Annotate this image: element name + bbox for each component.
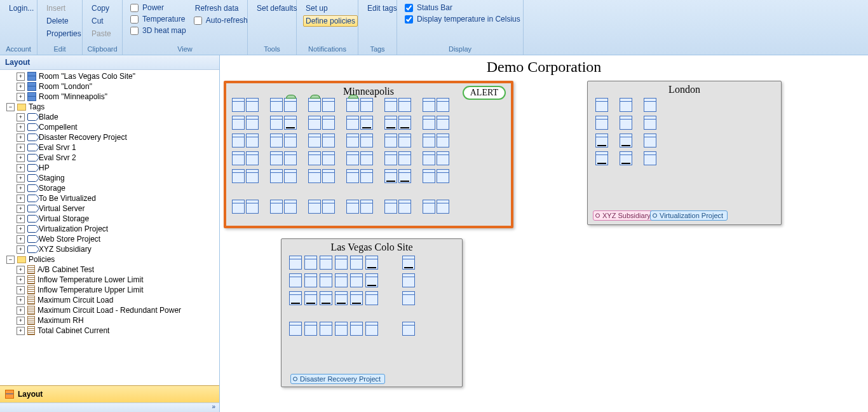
expand-icon[interactable] (17, 225, 25, 233)
expand-icon[interactable] (17, 184, 25, 193)
expand-icon[interactable] (17, 205, 25, 213)
rack[interactable] (320, 273, 332, 287)
rack[interactable] (284, 200, 297, 214)
rack[interactable] (289, 322, 302, 336)
rack[interactable] (360, 151, 373, 165)
rack[interactable] (322, 134, 335, 148)
edit-tags-button[interactable]: Edit tags (365, 3, 400, 14)
rack[interactable] (644, 151, 656, 165)
rack[interactable] (270, 169, 283, 183)
room-vegas[interactable]: Las Vegas Colo Site Disaster Recovery Pr… (281, 238, 463, 387)
expand-icon[interactable] (17, 144, 25, 152)
refresh-button[interactable]: Refresh data (193, 3, 249, 14)
tree-room-1[interactable]: Room "London" (0, 81, 219, 92)
rack[interactable] (620, 116, 632, 130)
rack[interactable] (437, 151, 449, 165)
rack[interactable] (308, 134, 321, 148)
rack[interactable] (620, 151, 632, 165)
rack[interactable] (346, 134, 359, 148)
canvas[interactable]: Demo Corporation Minneapolis ALERT Londo… (220, 55, 868, 412)
properties-button[interactable]: Properties (44, 28, 84, 39)
room-london[interactable]: London XYZ Subsidiary Virtualization Pro… (587, 81, 782, 225)
rack[interactable] (384, 169, 397, 183)
tree-room-2[interactable]: Room "Minneapolis" (0, 92, 219, 102)
expand-icon[interactable] (17, 215, 25, 223)
rack[interactable] (437, 169, 449, 183)
rack[interactable] (365, 256, 378, 270)
rack[interactable] (246, 134, 259, 148)
rack[interactable] (360, 116, 373, 130)
expand-icon[interactable] (17, 306, 25, 315)
tree-policy-6[interactable]: Total Cabinet Current (0, 326, 219, 336)
rack[interactable] (304, 291, 317, 305)
rack[interactable] (308, 98, 321, 112)
rack[interactable] (232, 98, 245, 112)
rack[interactable] (423, 116, 435, 130)
alert-badge[interactable]: ALERT (463, 86, 506, 100)
rack[interactable] (308, 151, 321, 165)
rack[interactable] (398, 200, 411, 214)
rack[interactable] (423, 134, 435, 148)
rack[interactable] (270, 134, 283, 148)
room-minneapolis[interactable]: Minneapolis ALERT (224, 81, 513, 228)
expand-icon[interactable] (17, 276, 25, 284)
rack[interactable] (365, 322, 378, 336)
rack[interactable] (365, 273, 378, 287)
expand-icon[interactable] (17, 72, 25, 81)
tree-tag-2[interactable]: Disaster Recovery Project (0, 132, 219, 142)
tree-tag-0[interactable]: Blade (0, 112, 219, 122)
expand-icon[interactable] (17, 164, 25, 172)
expand-icon[interactable] (17, 296, 25, 305)
rack[interactable] (284, 134, 297, 148)
expand-icon[interactable] (17, 93, 25, 101)
tree-policies-root[interactable]: Policies (0, 254, 219, 264)
rack[interactable] (289, 273, 302, 287)
rack[interactable] (284, 151, 297, 165)
rack[interactable] (284, 169, 297, 183)
tree-policy-4[interactable]: Maximum Circuit Load - Redundant Power (0, 305, 219, 315)
expand-icon[interactable] (17, 174, 25, 182)
rack[interactable] (437, 98, 449, 112)
rack[interactable] (270, 98, 283, 112)
temperature-checkbox[interactable]: Temperature (129, 14, 187, 24)
rack[interactable] (308, 116, 321, 130)
celsius-checkbox[interactable]: Display temperature in Celsius (403, 14, 522, 24)
rack[interactable] (423, 151, 435, 165)
rack[interactable] (304, 256, 317, 270)
rack[interactable] (398, 116, 411, 130)
rack[interactable] (284, 116, 297, 130)
tree-tag-12[interactable]: Web Store Project (0, 234, 219, 244)
copy-button[interactable]: Copy (89, 3, 114, 14)
rack[interactable] (398, 134, 411, 148)
rack[interactable] (322, 151, 335, 165)
expand-icon[interactable] (6, 103, 15, 111)
expand-icon[interactable] (17, 195, 25, 203)
rack[interactable] (284, 98, 297, 112)
tree-policy-3[interactable]: Maximum Circuit Load (0, 295, 219, 305)
power-checkbox[interactable]: Power (129, 3, 187, 13)
rack[interactable] (246, 151, 259, 165)
tree-policy-2[interactable]: Inflow Temperature Upper Limit (0, 285, 219, 295)
rack[interactable] (398, 169, 411, 183)
rack[interactable] (232, 169, 245, 183)
tree-tag-6[interactable]: Staging (0, 173, 219, 183)
tree-tag-8[interactable]: To Be Virtualized (0, 193, 219, 203)
rack[interactable] (360, 169, 373, 183)
rack[interactable] (304, 273, 317, 287)
expand-icon[interactable] (17, 154, 25, 162)
rack[interactable] (346, 116, 359, 130)
rack[interactable] (350, 256, 363, 270)
rack[interactable] (437, 134, 449, 148)
autorefresh-checkbox[interactable]: Auto-refresh (193, 15, 249, 25)
rack[interactable] (360, 98, 373, 112)
rack[interactable] (246, 116, 259, 130)
expand-icon[interactable] (17, 286, 25, 294)
rack[interactable] (595, 134, 608, 148)
tree-tag-4[interactable]: Eval Srvr 2 (0, 153, 219, 163)
rack[interactable] (320, 291, 332, 305)
expand-icon[interactable] (17, 113, 25, 121)
cut-button[interactable]: Cut (89, 15, 114, 27)
rack[interactable] (322, 169, 335, 183)
rack[interactable] (232, 151, 245, 165)
expand-icon[interactable] (17, 317, 25, 325)
